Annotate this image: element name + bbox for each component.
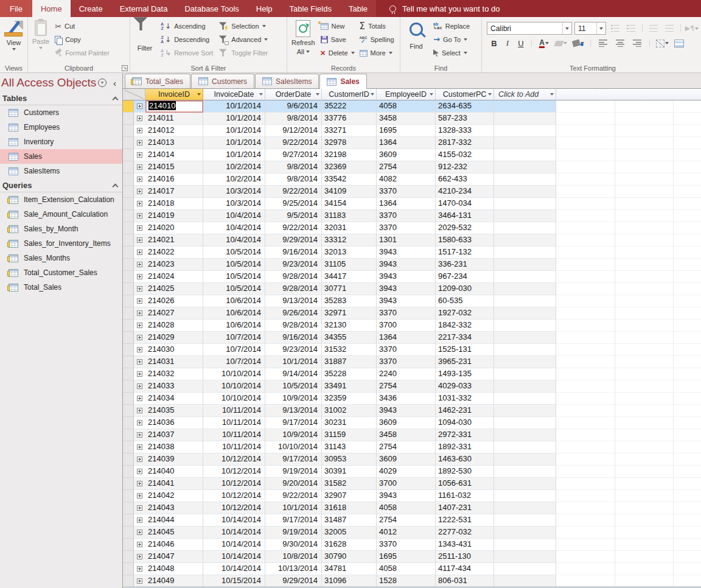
- row-expand-cell[interactable]: [134, 320, 145, 332]
- cell-invoiceid[interactable]: 214035: [145, 405, 203, 417]
- row-selector[interactable]: [123, 332, 134, 344]
- cell-invoicedate[interactable]: 10/11/2014: [203, 417, 265, 429]
- cell-orderdate[interactable]: 9/28/2014: [265, 283, 322, 295]
- expand-plus-icon[interactable]: [137, 542, 142, 547]
- row-selector[interactable]: [123, 453, 134, 466]
- cell-customerpc[interactable]: 4210-234: [436, 186, 494, 198]
- cell-invoicedate[interactable]: 10/3/2014: [203, 186, 265, 198]
- cell-invoiceid[interactable]: 214014: [145, 149, 203, 161]
- cell-orderdate[interactable]: 9/22/2014: [265, 490, 322, 502]
- cell-customerpc[interactable]: 1094-030: [436, 417, 494, 429]
- cell-click-to-add[interactable]: [494, 466, 556, 478]
- cell-invoicedate[interactable]: 10/11/2014: [203, 405, 265, 417]
- cell-customerpc[interactable]: 60-535: [436, 295, 494, 307]
- cell-customerpc[interactable]: 3464-131: [436, 210, 494, 222]
- cell-customerpc[interactable]: 1407-231: [436, 502, 494, 514]
- cell-invoiceid[interactable]: 214010: [145, 100, 203, 113]
- cell-customerpc[interactable]: 1056-631: [436, 478, 494, 490]
- sidebar-item-inventory[interactable]: Inventory: [0, 135, 122, 149]
- cell-customerpc[interactable]: 1343-431: [436, 539, 494, 551]
- row-expand-cell[interactable]: [134, 453, 145, 466]
- expand-plus-icon[interactable]: [137, 359, 142, 365]
- cell-orderdate[interactable]: 9/22/2014: [265, 222, 322, 234]
- row-expand-cell[interactable]: [134, 502, 145, 514]
- filter-dropdown-icon[interactable]: [259, 93, 263, 96]
- column-header-invoiceid[interactable]: InvoiceID: [145, 89, 203, 100]
- row-selector[interactable]: [123, 173, 134, 186]
- expand-plus-icon[interactable]: [137, 408, 142, 413]
- cell-click-to-add[interactable]: [494, 283, 556, 295]
- row-selector[interactable]: [123, 441, 134, 453]
- select-button[interactable]: Select: [431, 46, 472, 60]
- cell-click-to-add[interactable]: [494, 453, 556, 466]
- expand-plus-icon[interactable]: [137, 250, 142, 255]
- row-expand-cell[interactable]: [134, 417, 145, 429]
- row-selector[interactable]: [123, 307, 134, 320]
- cell-customerpc[interactable]: 912-232: [436, 161, 494, 173]
- cell-click-to-add[interactable]: [494, 380, 556, 393]
- cell-customerid[interactable]: 32198: [322, 149, 377, 161]
- row-selector[interactable]: [123, 502, 134, 514]
- gridlines-button[interactable]: [655, 37, 669, 49]
- row-selector[interactable]: [123, 222, 134, 234]
- cell-invoicedate[interactable]: 10/7/2014: [203, 344, 265, 356]
- row-selector[interactable]: [123, 368, 134, 380]
- cell-employeeid[interactable]: 4058: [377, 563, 436, 575]
- cell-invoicedate[interactable]: 10/5/2014: [203, 271, 265, 283]
- filter-dropdown-icon[interactable]: [488, 93, 492, 96]
- cell-click-to-add[interactable]: [494, 527, 556, 539]
- row-selector[interactable]: [123, 393, 134, 405]
- cell-orderdate[interactable]: 9/22/2014: [265, 137, 322, 149]
- cell-employeeid[interactable]: 3370: [377, 344, 436, 356]
- row-expand-cell[interactable]: [134, 527, 145, 539]
- cell-invoicedate[interactable]: 10/12/2014: [203, 453, 265, 466]
- cell-invoicedate[interactable]: 10/6/2014: [203, 307, 265, 320]
- cell-invoicedate[interactable]: 10/5/2014: [203, 259, 265, 271]
- cell-customerid[interactable]: 30391: [322, 466, 377, 478]
- row-expand-cell[interactable]: [134, 137, 145, 149]
- cell-orderdate[interactable]: 9/28/2014: [265, 271, 322, 283]
- cell-employeeid[interactable]: 3370: [377, 222, 436, 234]
- cell-invoicedate[interactable]: 10/1/2014: [203, 137, 265, 149]
- cell-orderdate[interactable]: 9/16/2014: [265, 247, 322, 259]
- cell-invoicedate[interactable]: 10/3/2014: [203, 198, 265, 210]
- cell-invoicedate[interactable]: 10/5/2014: [203, 283, 265, 295]
- cell-employeeid[interactable]: 1364: [377, 332, 436, 344]
- cell-click-to-add[interactable]: [494, 356, 556, 368]
- expand-plus-icon[interactable]: [137, 225, 142, 231]
- row-expand-cell[interactable]: [134, 125, 145, 137]
- cell-customerid[interactable]: 35283: [322, 295, 377, 307]
- cell-invoiceid[interactable]: 214046: [145, 539, 203, 551]
- document-tab-total-sales[interactable]: Total_Sales: [125, 74, 190, 88]
- row-expand-cell[interactable]: [134, 247, 145, 259]
- cell-orderdate[interactable]: 9/14/2014: [265, 368, 322, 380]
- cell-customerpc[interactable]: 1470-034: [436, 198, 494, 210]
- row-expand-cell[interactable]: [134, 271, 145, 283]
- cell-employeeid[interactable]: 3458: [377, 429, 436, 441]
- underline-button[interactable]: U: [516, 37, 526, 49]
- cell-customerid[interactable]: 31105: [322, 259, 377, 271]
- filter-button[interactable]: Filter: [131, 18, 158, 54]
- row-expand-cell[interactable]: [134, 539, 145, 551]
- row-selector[interactable]: [123, 320, 134, 332]
- cell-click-to-add[interactable]: [494, 575, 556, 587]
- cell-click-to-add[interactable]: [494, 100, 556, 113]
- ribbon-tab-home[interactable]: Home: [32, 0, 71, 17]
- row-selector[interactable]: [123, 344, 134, 356]
- cell-click-to-add[interactable]: [494, 149, 556, 161]
- cell-orderdate[interactable]: 9/20/2014: [265, 478, 322, 490]
- cell-click-to-add[interactable]: [494, 393, 556, 405]
- expand-plus-icon[interactable]: [137, 469, 142, 474]
- cell-click-to-add[interactable]: [494, 417, 556, 429]
- view-button[interactable]: View: [1, 18, 27, 52]
- cell-customerid[interactable]: 32907: [322, 490, 377, 502]
- ribbon-tab-table[interactable]: Table: [340, 0, 376, 17]
- cell-customerpc[interactable]: 1031-332: [436, 393, 494, 405]
- row-expand-cell[interactable]: [134, 210, 145, 222]
- font-name-combo[interactable]: Calibri: [487, 22, 572, 35]
- filter-dropdown-icon[interactable]: [430, 93, 433, 96]
- row-selector[interactable]: [123, 186, 134, 198]
- cell-invoiceid[interactable]: 214030: [145, 344, 203, 356]
- cut-button[interactable]: ✂Cut: [52, 19, 112, 33]
- cell-employeeid[interactable]: 3943: [377, 247, 436, 259]
